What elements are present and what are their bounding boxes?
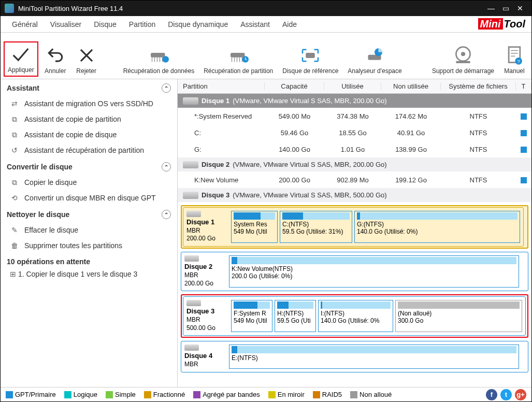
hdd-icon	[184, 255, 199, 262]
svg-rect-16	[306, 53, 315, 58]
disk-map[interactable]: Disque 2MBR200.00 Go K:New Volume(NTFS)2…	[181, 252, 528, 291]
panel-action-item[interactable]: ↺Assistant de récupération de partition	[1, 142, 177, 158]
pending-op-item[interactable]: 1. Copier le disque 1 vers le disque 3	[1, 268, 177, 280]
col-filesystem[interactable]: Système de fichiers	[441, 82, 516, 90]
space-analyzer-button[interactable]: Analyseur d'espace	[344, 44, 405, 77]
legend-swatch	[106, 391, 113, 398]
discard-button[interactable]: Rejeter	[73, 44, 100, 77]
panel-action-item[interactable]: ⧉Copier le disque	[1, 175, 177, 190]
disk-map-partition[interactable]: System Res549 Mo (Util	[231, 211, 278, 243]
disk-benchmark-button[interactable]: Disque de référence	[279, 44, 341, 77]
col-partition[interactable]: Partition	[178, 82, 265, 90]
disk-map-area: Disque 1MBR200.00 Go System Res549 Mo (U…	[178, 202, 531, 376]
disk-map-partition[interactable]: E:(NTFS)	[229, 344, 519, 368]
menu-partition[interactable]: Partition	[123, 18, 162, 31]
disk-map-partition[interactable]: F:System R549 Mo (Util	[231, 300, 272, 332]
legend-item: Fractionné	[144, 391, 185, 398]
disk-map-info: Disque 4MBR	[184, 344, 226, 368]
facebook-icon[interactable]: f	[486, 389, 497, 400]
hdd-icon	[183, 97, 198, 105]
disk-map[interactable]: Disque 3MBR500.00 Go F:System R549 Mo (U…	[183, 296, 526, 336]
panel-action-item[interactable]: 🗑Supprimer toutes les partitions	[1, 238, 177, 253]
panel-section-head[interactable]: Convertir le disque⌃	[1, 158, 177, 175]
menu-general[interactable]: Général	[6, 18, 44, 31]
col-capacity[interactable]: Capacité	[265, 82, 324, 90]
partition-row[interactable]: C: 59.46 Go 18.55 Go 40.91 Go NTFS	[178, 124, 531, 141]
type-swatch	[521, 177, 527, 183]
disk-header-row[interactable]: Disque 2 (VMware, VMware Virtual S SAS, …	[178, 157, 531, 171]
menu-help[interactable]: Aide	[276, 18, 303, 31]
disk-map-partition[interactable]: I:(NTFS)140.0 Go (Utilisé: 0%	[318, 300, 393, 332]
svg-rect-21	[456, 61, 470, 63]
col-unused[interactable]: Non utilisée	[381, 82, 441, 90]
legend-item: Non alloué	[350, 391, 392, 398]
disk-map-partition[interactable]: C:(NTFS)59.5 Go (Utilisé: 31%)	[280, 211, 352, 243]
panel-action-item[interactable]: ⧉Assistant de copie de disque	[1, 127, 177, 142]
menu-bar: Général Visualiser Disque Partition Disq…	[1, 16, 531, 33]
disk-map-partition[interactable]: (Non alloué)300.0 Go	[395, 300, 522, 332]
type-swatch	[521, 113, 527, 120]
disk-header-row[interactable]: Disque 3 (VMware, VMware Virtual S SAS, …	[178, 188, 531, 202]
legend-bar: GPT/PrimaireLogiqueSimpleFractionnéAgrég…	[1, 387, 531, 401]
disc-icon	[453, 46, 473, 65]
bootable-media-button[interactable]: Support de démarrage	[429, 44, 497, 77]
title-bar: MiniTool Partition Wizard Free 11.4 — ▭ …	[1, 1, 531, 16]
disk-header-row[interactable]: Disque 1 (VMware, VMware Virtual S SAS, …	[178, 94, 531, 108]
legend-item: En miroir	[268, 391, 305, 398]
menu-dynamic-disk[interactable]: Disque dynamique	[162, 18, 234, 31]
partition-recovery-button[interactable]: Récupération de partition	[200, 44, 276, 77]
col-type[interactable]: T	[516, 82, 531, 90]
maximize-button[interactable]: ▭	[498, 4, 513, 12]
svg-rect-9	[231, 53, 245, 58]
apply-button[interactable]: Appliquer	[4, 41, 38, 77]
toolbar: Appliquer Annuler Rejeter Récupération d…	[1, 33, 531, 79]
minimize-button[interactable]: —	[484, 4, 498, 12]
partition-grid-header: Partition Capacité Utilisée Non utilisée…	[178, 79, 531, 94]
type-swatch	[521, 147, 527, 153]
panel-action-item[interactable]: ⧉Assistant de copie de partition	[1, 111, 177, 127]
svg-point-20	[461, 52, 465, 56]
chevron-up-icon: ⌃	[162, 162, 171, 171]
pie-drive-icon	[364, 46, 385, 65]
disk-map[interactable]: Disque 4MBR E:(NTFS)	[181, 341, 528, 372]
manual-button[interactable]: ? Manuel	[500, 44, 528, 77]
close-button[interactable]: ✕	[513, 4, 527, 12]
partition-row[interactable]: G: 140.00 Go 1.01 Go 138.99 Go NTFS	[178, 141, 531, 157]
disk-map-info: Disque 1MBR200.00 Go	[186, 211, 228, 243]
pending-ops-head: 10 opérations en attente	[1, 253, 177, 268]
menu-assistant[interactable]: Assistant	[234, 18, 276, 31]
brand-logo: MiniTool	[478, 18, 526, 30]
legend-swatch	[64, 391, 71, 398]
disk-map-partition[interactable]: K:New Volume(NTFS)200.0 Go (Utilisé: 0%)	[229, 255, 519, 288]
hdd-icon	[183, 161, 198, 168]
menu-view[interactable]: Visualiser	[44, 18, 88, 31]
disk-map-partition[interactable]: G:(NTFS)140.0 Go (Utilisé: 0%)	[354, 211, 520, 243]
twitter-icon[interactable]: t	[500, 389, 512, 400]
undo-button[interactable]: Annuler	[41, 44, 69, 77]
disk-map[interactable]: Disque 1MBR200.00 Go System Res549 Mo (U…	[183, 207, 524, 247]
legend-item: Simple	[106, 391, 136, 398]
migrate-icon: ⇄	[10, 99, 19, 108]
panel-section-head[interactable]: Nettoyer le disque⌃	[1, 206, 177, 222]
legend-item: Logique	[64, 391, 97, 398]
scan-icon	[300, 46, 321, 65]
panel-action-item[interactable]: ⇄Assistant de migration OS vers SSD/HD	[1, 96, 177, 111]
googleplus-icon[interactable]: g+	[515, 389, 526, 400]
data-recovery-button[interactable]: Récupération de données	[120, 44, 197, 77]
menu-disk[interactable]: Disque	[88, 18, 123, 31]
app-icon	[5, 4, 14, 13]
copy-disk-icon: ⧉	[10, 178, 19, 187]
panel-section-head[interactable]: Assistant⌃	[1, 79, 177, 96]
legend-item: Agrégé par bandes	[193, 391, 260, 398]
col-used[interactable]: Utilisée	[324, 82, 381, 90]
left-panel: Assistant⌃⇄Assistant de migration OS ver…	[1, 79, 178, 387]
disk-map-info: Disque 2MBR200.00 Go	[184, 255, 226, 288]
panel-action-item[interactable]: ✎Effacer le disque	[1, 222, 177, 238]
shredder-refresh-icon	[148, 46, 169, 65]
panel-action-item[interactable]: ⟲Convertir un disque MBR en disque GPT	[1, 190, 177, 206]
partition-row[interactable]: *:System Reserved 549.00 Mo 374.38 Mo 17…	[178, 108, 531, 124]
recover-icon: ↺	[10, 146, 19, 155]
partition-row[interactable]: K:New Volume 200.00 Go 902.89 Mo 199.12 …	[178, 171, 531, 188]
legend-swatch	[144, 391, 151, 398]
disk-map-partition[interactable]: H:(NTFS)59.5 Go (Uti	[275, 300, 316, 332]
